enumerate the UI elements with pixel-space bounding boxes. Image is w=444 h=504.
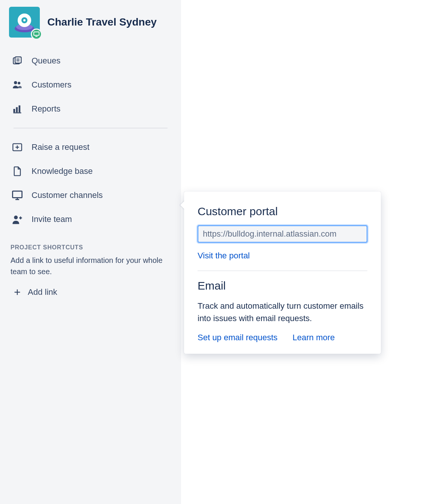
- svg-rect-8: [15, 57, 21, 63]
- invite-team-icon: [11, 213, 24, 226]
- learn-more-link[interactable]: Learn more: [293, 333, 335, 343]
- queues-icon: [11, 54, 24, 68]
- portal-url-field[interactable]: [198, 225, 367, 243]
- nav-item-label: Knowledge base: [32, 166, 93, 176]
- project-avatar[interactable]: [9, 7, 40, 38]
- popover-divider: [198, 270, 367, 271]
- nav-item-queues[interactable]: Queues: [0, 49, 181, 73]
- email-links: Set up email requests Learn more: [198, 333, 367, 343]
- project-title: Charlie Travel Sydney: [47, 16, 157, 29]
- nav-divider: [14, 128, 168, 128]
- nav-item-customers[interactable]: Customers: [0, 73, 181, 97]
- svg-rect-13: [14, 109, 15, 112]
- svg-rect-15: [19, 106, 21, 113]
- monitor-icon: [33, 32, 39, 37]
- svg-point-4: [23, 19, 26, 21]
- nav-item-label: Customers: [32, 80, 71, 90]
- svg-point-23: [14, 216, 18, 219]
- nav-primary: Queues Customers Reports: [0, 45, 181, 125]
- add-link-button[interactable]: Add link: [0, 282, 181, 302]
- nav-item-customer-channels[interactable]: Customer channels: [0, 183, 181, 207]
- service-desk-badge: [31, 29, 42, 40]
- svg-rect-5: [34, 32, 39, 35]
- document-icon: [11, 164, 24, 178]
- add-link-label: Add link: [28, 287, 57, 297]
- raise-request-icon: [11, 140, 24, 154]
- email-description: Track and automatically turn customer em…: [198, 300, 367, 324]
- svg-rect-16: [14, 112, 21, 113]
- plus-icon: [11, 285, 24, 299]
- svg-rect-14: [16, 107, 18, 112]
- project-header: Charlie Travel Sydney: [0, 7, 181, 45]
- nav-item-label: Raise a request: [32, 142, 89, 152]
- svg-point-12: [18, 82, 20, 85]
- svg-point-11: [14, 81, 17, 84]
- nav-item-label: Reports: [32, 104, 60, 114]
- nav-item-raise-request[interactable]: Raise a request: [0, 135, 181, 159]
- customers-icon: [11, 78, 24, 92]
- shortcuts-description: Add a link to useful information for you…: [0, 255, 181, 282]
- portal-heading: Customer portal: [198, 205, 367, 218]
- nav-item-label: Customer channels: [32, 190, 103, 200]
- nav-secondary: Raise a request Knowledge base Customer …: [0, 131, 181, 235]
- nav-item-knowledge-base[interactable]: Knowledge base: [0, 159, 181, 183]
- project-sidebar: Charlie Travel Sydney Queues Customers R…: [0, 0, 181, 504]
- nav-item-invite-team[interactable]: Invite team: [0, 207, 181, 231]
- monitor-icon: [11, 189, 24, 202]
- setup-email-link[interactable]: Set up email requests: [198, 333, 278, 343]
- customer-channels-popover: Customer portal Visit the portal Email T…: [184, 192, 381, 354]
- email-heading: Email: [198, 279, 367, 292]
- svg-rect-20: [13, 191, 22, 198]
- nav-item-reports[interactable]: Reports: [0, 97, 181, 121]
- reports-icon: [11, 102, 24, 116]
- shortcuts-heading: PROJECT SHORTCUTS: [0, 235, 181, 255]
- visit-portal-link[interactable]: Visit the portal: [198, 251, 250, 261]
- nav-item-label: Queues: [32, 56, 60, 66]
- nav-item-label: Invite team: [32, 214, 72, 224]
